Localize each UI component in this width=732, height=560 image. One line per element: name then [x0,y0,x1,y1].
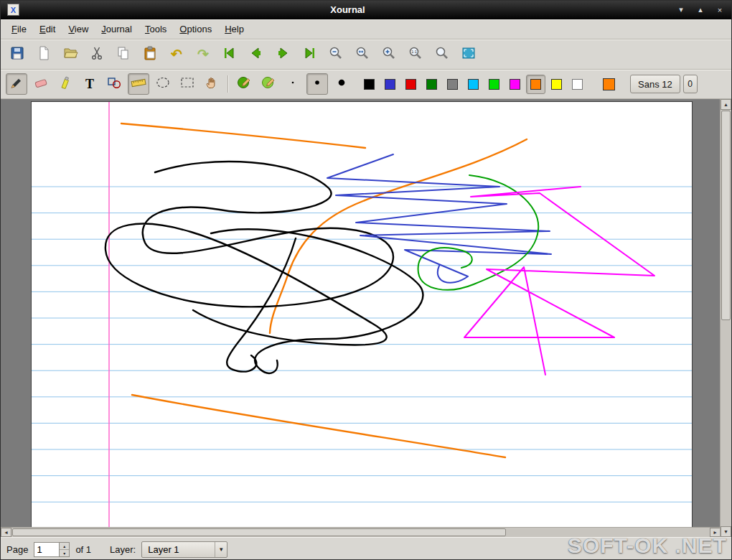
vertical-scrollbar-track[interactable] [721,110,731,526]
xournal-window: X Xournal ▾ ▴ × File Edit View Journal T… [0,0,732,560]
current-color-button[interactable] [599,74,619,94]
default-pen-button[interactable] [233,73,255,95]
shape-recognizer-button[interactable] [103,73,125,95]
save-button[interactable] [6,43,29,66]
thick-dot-icon [334,75,349,93]
next-page-button[interactable] [271,43,294,66]
horizontal-scrollbar-thumb[interactable] [12,528,506,536]
vertical-scrollbar[interactable]: ▴ ▾ [720,99,731,537]
app-icon: X [7,4,19,16]
stroke-orange-top-line [121,123,365,148]
redo-button[interactable]: ↷ [192,43,215,66]
pencil-icon [9,75,24,93]
fine-dot-icon [285,75,301,93]
menu-tools[interactable]: Tools [139,20,173,38]
close-button[interactable]: × [711,3,728,17]
redo-icon: ↷ [197,47,209,61]
highlighter-tool-button[interactable] [55,73,76,95]
hand-tool-button[interactable] [201,73,222,95]
page-spin-down-button[interactable]: ▾ [60,550,69,556]
copy-button[interactable] [112,43,135,66]
normal-size-button[interactable]: 1:1 [404,43,427,66]
previous-page-button[interactable] [245,43,268,66]
page-spinbox: ▴ ▾ [34,542,70,557]
color-white-button[interactable] [568,75,587,94]
color-red-button[interactable] [401,75,421,94]
left-arrow-icon: ◂ [4,529,7,536]
shade-button[interactable]: ▾ [672,3,690,17]
color-blue-swatch [385,79,395,90]
previous-page-icon [248,45,264,64]
pen-tool-button[interactable] [6,73,27,95]
color-magenta-button[interactable] [505,75,525,94]
medium-thickness-button[interactable] [306,73,328,95]
fullscreen-button[interactable] [457,43,480,66]
layer-combobox-value: Layer 1 [142,544,215,555]
open-button[interactable] [59,43,82,66]
color-black-button[interactable] [360,75,379,94]
color-gray-button[interactable] [443,75,462,94]
watermark: SOFT-OK .NET [568,533,727,558]
journal-page[interactable] [31,101,693,528]
menu-view[interactable]: View [62,20,95,38]
color-blue-button[interactable] [380,75,400,94]
color-swatches [360,75,587,94]
scroll-up-button[interactable]: ▴ [721,99,731,110]
cut-button[interactable] [85,43,108,66]
color-green-button[interactable] [422,75,441,94]
main-toolbar: ↶ ↷ 1:1 [1,39,731,70]
menu-journal[interactable]: Journal [95,20,139,38]
color-lightgreen-button[interactable] [484,75,504,94]
toolbar-separator [227,75,228,93]
set-zoom-button[interactable] [431,43,454,66]
new-document-button[interactable] [32,43,55,66]
thick-thickness-button[interactable] [331,73,352,95]
set-default-button[interactable] [258,73,279,95]
fine-thickness-button[interactable] [282,73,304,95]
new-document-icon [36,45,52,64]
page-svg [32,102,692,528]
tools-toolbar: T Sans 12 0 [1,70,731,99]
maximize-button[interactable]: ▴ [692,3,709,17]
menu-help[interactable]: Help [218,20,250,38]
color-orange-swatch [530,79,541,90]
scroll-left-button[interactable]: ◂ [1,528,11,537]
undo-button[interactable]: ↶ [165,43,188,66]
dashed-rectangle-icon [179,75,195,93]
paste-button[interactable] [139,43,161,66]
fullscreen-icon [461,45,477,64]
last-page-button[interactable] [298,43,321,66]
font-button[interactable]: Sans 12 [630,75,680,93]
text-tool-button[interactable]: T [79,73,100,95]
layer-label: Layer: [110,544,136,555]
ruler-button[interactable] [128,73,149,95]
first-page-button[interactable] [218,43,241,66]
hand-icon [204,75,220,93]
titlebar[interactable]: X Xournal ▾ ▴ × [1,1,731,19]
page-width-button[interactable] [351,43,374,66]
color-yellow-button[interactable] [547,75,566,94]
color-red-swatch [405,79,416,90]
current-color-swatch [603,78,615,90]
select-rectangle-button[interactable] [177,73,198,95]
vertical-scrollbar-thumb[interactable] [721,111,731,320]
layer-combobox[interactable]: Layer 1 ▾ [141,541,227,558]
select-region-button[interactable] [152,73,174,95]
zoom-in-button[interactable] [377,43,400,66]
color-yellow-swatch [551,79,562,90]
font-button-label: Sans 12 [638,79,672,90]
color-lightblue-button[interactable] [464,75,483,94]
toolbar-extra-button[interactable]: 0 [683,75,698,93]
layer-combobox-arrow-button[interactable]: ▾ [215,542,227,557]
menu-edit[interactable]: Edit [33,20,62,38]
page-spin-up-button[interactable]: ▴ [60,543,69,550]
lasso-icon [155,75,171,93]
menu-file[interactable]: File [5,20,33,38]
extra-button-label: 0 [688,79,693,89]
eraser-tool-button[interactable] [30,73,52,95]
page-number-input[interactable] [34,543,59,556]
menu-options[interactable]: Options [173,20,218,38]
color-orange-button[interactable] [526,75,545,94]
zoom-out-button[interactable] [324,43,347,66]
zoom-normal-size-icon: 1:1 [408,45,423,64]
